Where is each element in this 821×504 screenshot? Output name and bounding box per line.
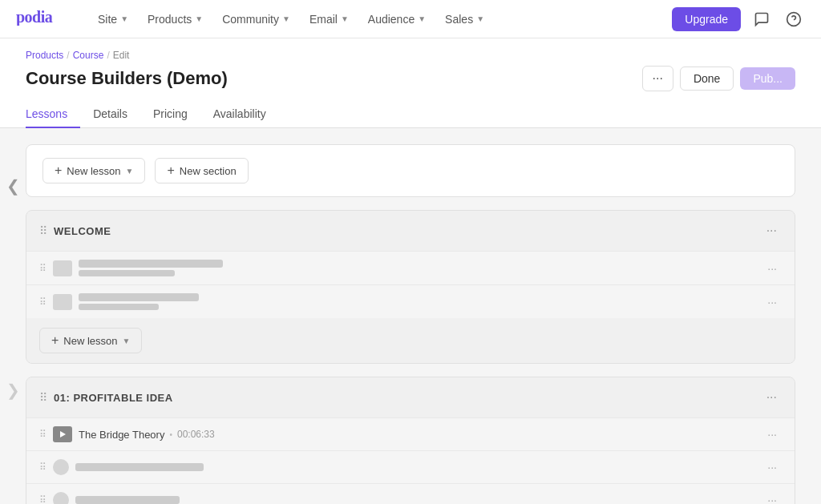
blurred-text-line-5 xyxy=(75,463,204,471)
breadcrumb-course[interactable]: Course xyxy=(73,50,104,61)
lesson-text-4 xyxy=(75,496,180,504)
more-options-button[interactable]: ··· xyxy=(642,66,673,91)
nav-audience[interactable]: Audience ▼ xyxy=(360,8,434,30)
scroll-left-arrow-icon[interactable]: ❮ xyxy=(6,176,20,196)
page-title-row: Course Builders (Demo) ··· Done Pub... xyxy=(26,66,795,91)
logo: podia xyxy=(16,8,64,30)
section-new-lesson-label: New lesson xyxy=(63,335,117,347)
new-section-label: New section xyxy=(180,165,237,177)
nav-sales[interactable]: Sales ▼ xyxy=(437,8,492,30)
tab-lessons[interactable]: Lessons xyxy=(26,101,80,128)
lesson-text-3 xyxy=(75,463,204,471)
lesson-4-more-button[interactable]: ··· xyxy=(762,492,782,504)
breadcrumb-edit: Edit xyxy=(113,50,130,61)
lesson-icon-4 xyxy=(53,492,69,504)
lesson-left-2: ⠿ xyxy=(39,293,199,310)
lesson-blurred-2[interactable]: ⠿ ··· xyxy=(26,284,795,318)
tab-details[interactable]: Details xyxy=(80,101,140,128)
lesson-blurred-4[interactable]: ⠿ ··· xyxy=(26,483,795,504)
add-actions-card: + New lesson ▼ + New section xyxy=(26,144,795,197)
upgrade-button[interactable]: Upgrade xyxy=(672,7,741,31)
section-welcome-title: WELCOME xyxy=(54,225,111,237)
lesson-blurred-1[interactable]: ⠿ ··· xyxy=(26,251,795,284)
lesson-drag-handle-3[interactable]: ⠿ xyxy=(39,462,47,473)
lesson-drag-handle-1[interactable]: ⠿ xyxy=(39,263,47,274)
publish-button[interactable]: Pub... xyxy=(740,67,795,90)
nav-email[interactable]: Email ▼ xyxy=(301,8,357,30)
video-icon xyxy=(53,426,72,442)
section-profitable-idea-more-button[interactable]: ··· xyxy=(762,389,782,406)
lesson-text-1 xyxy=(79,260,223,276)
dot-separator: • xyxy=(169,430,172,439)
tabs: Lessons Details Pricing Availability xyxy=(26,101,795,127)
page-header: Products / Course / Edit Course Builders… xyxy=(0,38,821,128)
lesson-bridge-drag-handle[interactable]: ⠿ xyxy=(39,429,47,440)
blurred-text-line-6 xyxy=(75,496,180,504)
lesson-drag-handle-2[interactable]: ⠿ xyxy=(39,296,47,308)
lesson-icon-2 xyxy=(53,294,72,310)
section-title-area-2: ⠿ 01: PROFITABLE IDEA xyxy=(39,391,173,404)
lesson-text-2 xyxy=(79,293,199,310)
section-welcome-add-row: + New lesson ▼ xyxy=(26,318,795,363)
breadcrumb-products[interactable]: Products xyxy=(26,50,63,61)
section-welcome-header: ⠿ WELCOME ··· xyxy=(26,211,795,251)
lesson-left-3: ⠿ xyxy=(39,459,204,475)
add-row: + New lesson ▼ + New section xyxy=(26,145,795,196)
breadcrumb: Products / Course / Edit xyxy=(26,50,795,61)
tab-availability[interactable]: Availability xyxy=(200,101,279,128)
section-plus-icon: + xyxy=(51,333,59,348)
new-section-button[interactable]: + New section xyxy=(155,158,248,183)
audience-caret-icon: ▼ xyxy=(418,14,426,23)
nav-items: Site ▼ Products ▼ Community ▼ Email ▼ Au… xyxy=(90,8,672,30)
drag-handle-2-icon[interactable]: ⠿ xyxy=(39,391,47,404)
sales-caret-icon: ▼ xyxy=(476,14,484,23)
section-welcome: ⠿ WELCOME ··· ⠿ ··· ⠿ xyxy=(26,210,795,364)
site-caret-icon: ▼ xyxy=(120,14,128,23)
scroll-bottom-arrow-icon[interactable]: ❯ xyxy=(6,381,20,400)
page-title-actions: ··· Done Pub... xyxy=(642,66,795,91)
lesson-3-more-button[interactable]: ··· xyxy=(762,459,782,475)
tab-pricing[interactable]: Pricing xyxy=(140,101,200,128)
blurred-text-line-2 xyxy=(79,270,175,276)
done-button[interactable]: Done xyxy=(680,67,734,91)
lesson-icon-1 xyxy=(53,260,72,276)
lesson-bridge-more-button[interactable]: ··· xyxy=(762,426,782,442)
nav-right: Upgrade xyxy=(672,7,805,31)
chat-button[interactable] xyxy=(750,8,773,30)
nav-site[interactable]: Site ▼ xyxy=(90,8,136,30)
breadcrumb-sep-2: / xyxy=(107,50,109,61)
new-lesson-button[interactable]: + New lesson ▼ xyxy=(42,158,145,183)
breadcrumb-sep-1: / xyxy=(67,50,69,61)
lesson-drag-handle-4[interactable]: ⠿ xyxy=(39,494,47,504)
lesson-1-more-button[interactable]: ··· xyxy=(762,260,782,276)
nav-community[interactable]: Community ▼ xyxy=(214,8,298,30)
navigation: podia Site ▼ Products ▼ Community ▼ Emai… xyxy=(0,0,821,38)
main-content: + New lesson ▼ + New section ⠿ WELCOME ·… xyxy=(0,128,821,504)
page-title: Course Builders (Demo) xyxy=(26,68,228,89)
section-profitable-idea-title: 01: PROFITABLE IDEA xyxy=(54,392,173,404)
drag-handle-icon[interactable]: ⠿ xyxy=(39,224,47,237)
section-new-lesson-button[interactable]: + New lesson ▼ xyxy=(39,328,142,353)
section-title-area: ⠿ WELCOME xyxy=(39,224,111,237)
email-caret-icon: ▼ xyxy=(341,14,349,23)
help-button[interactable] xyxy=(783,8,805,30)
lesson-bridge-theory[interactable]: ⠿ The Bridge Theory • 00:06:33 ··· xyxy=(26,417,795,450)
lesson-blurred-3[interactable]: ⠿ ··· xyxy=(26,450,795,483)
nav-products[interactable]: Products ▼ xyxy=(140,8,211,30)
lesson-bridge-name: The Bridge Theory • 00:06:33 xyxy=(79,429,215,441)
new-lesson-caret-icon: ▼ xyxy=(126,167,134,175)
lesson-bridge-left: ⠿ The Bridge Theory • 00:06:33 xyxy=(39,426,215,442)
lesson-left-4: ⠿ xyxy=(39,492,180,504)
blurred-text-line-1 xyxy=(79,260,223,268)
plus-icon-2: + xyxy=(167,163,174,178)
blurred-text-line-4 xyxy=(79,304,159,310)
products-caret-icon: ▼ xyxy=(195,14,203,23)
lesson-2-more-button[interactable]: ··· xyxy=(762,294,782,310)
plus-icon: + xyxy=(55,163,62,178)
lesson-duration: 00:06:33 xyxy=(177,429,215,440)
community-caret-icon: ▼ xyxy=(282,14,290,23)
lesson-icon-3 xyxy=(53,459,69,475)
section-profitable-idea: ⠿ 01: PROFITABLE IDEA ··· ⠿ The Bridge T… xyxy=(26,377,795,504)
new-lesson-label: New lesson xyxy=(67,165,120,177)
section-welcome-more-button[interactable]: ··· xyxy=(762,222,782,240)
